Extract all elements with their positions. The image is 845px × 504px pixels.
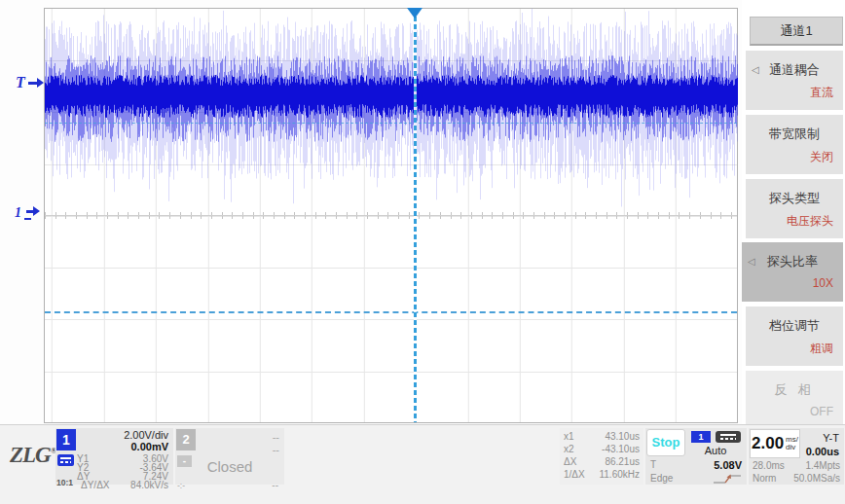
trigger-sweep-mode: Auto [688, 445, 743, 456]
trigger-delay: 0.00us [806, 446, 839, 457]
menu-button-label: 带宽限制 [746, 115, 843, 143]
channel1-position-marker[interactable]: 1 [15, 205, 41, 221]
cursor-y1-line[interactable] [45, 123, 737, 124]
menu-button-label: 通道耦合 [746, 51, 843, 79]
menu-button-gear-adjust[interactable]: 档位调节 粗调 [746, 306, 843, 366]
menu-button-value: 10X [742, 270, 843, 290]
cursor-y2-line[interactable] [45, 311, 737, 313]
menu-button-invert: 反 相 OFF [746, 371, 843, 430]
channel2-scale: -- [273, 431, 279, 443]
zlg-logo: ZLG® [10, 443, 55, 468]
channel2-badge[interactable]: 2 [176, 429, 196, 450]
chevron-left-icon: ◁ [748, 256, 755, 267]
trigger-dc-coupling-icon [716, 431, 741, 443]
chevron-left-icon: ◁ [752, 64, 759, 75]
cursor-row-x2: x2-43.10us [564, 446, 640, 453]
status-bar: ZLG® 1 2.00V/div 0.00mV Y13.60V Y2-3.64V… [0, 424, 845, 504]
channel1-scale: 2.00V/div [124, 429, 168, 441]
channel1-readout[interactable]: 1 2.00V/div 0.00mV Y13.60V Y2-3.64V ΔY7.… [55, 428, 173, 485]
menu-button-value: 电压探头 [746, 207, 843, 230]
menu-button-coupling[interactable]: ◁ 通道耦合 直流 [746, 51, 843, 110]
cursor-row-dx: ΔX86.21us [564, 458, 640, 466]
trigger-level-row: T 5.08V [650, 459, 742, 471]
menu-button-label: 档位调节 [746, 306, 843, 335]
timebase-units: ms/ div [786, 436, 798, 451]
channel2-readout[interactable]: 2 -- -- - Closed -:- -- [175, 428, 284, 485]
cursor-readout: x143.10us x2-43.10us ΔX86.21us 1/ΔX11.60… [560, 428, 643, 485]
channel1-badge[interactable]: 1 [56, 429, 76, 450]
menu-button-value: OFF [746, 399, 843, 418]
rising-edge-icon [713, 473, 742, 485]
channel1-marker-label: 1 [15, 205, 21, 221]
cursor-row-inv-dx: 1/ΔX11.60kHz [564, 471, 640, 479]
trigger-readout: Stop 1 Auto T 5.08V Edge [645, 428, 747, 485]
channel1-noise-waveform [45, 9, 738, 423]
channel2-extra: -- [272, 482, 278, 489]
menu-button-bandwidth-limit[interactable]: 带宽限制 关闭 [746, 115, 843, 174]
menu-button-value: 关闭 [746, 143, 843, 165]
measure-row-dydx: ΔY/ΔX84.0kV/s [81, 482, 168, 489]
trigger-level-marker[interactable]: T [16, 74, 44, 91]
channel2-state: Closed [175, 458, 284, 475]
cursor-row-x1: x143.10us [564, 433, 640, 441]
menu-title: 通道1 [750, 17, 843, 46]
timebase-readout: 2.00 ms/ div Y-T 0.00us 28.0ms 1.4Mpts N… [749, 428, 844, 485]
channel2-ratio: -:- [177, 482, 185, 489]
right-arrow-icon [28, 78, 44, 88]
waveform-plot-area [44, 8, 738, 423]
channel-menu-panel: 通道1 ◁ 通道耦合 直流 带宽限制 关闭 探头类型 电压探头 ◁ 探头比率 1… [742, 0, 845, 424]
timebase-scale-button[interactable]: 2.00 ms/ div [750, 429, 800, 458]
channel1-offset: 0.00mV [130, 441, 168, 452]
trigger-position-line[interactable] [414, 9, 417, 422]
menu-button-label: 探头比率 [742, 242, 843, 270]
menu-button-label: 探头类型 [746, 179, 843, 207]
oscilloscope-screen: T 1 通道1 ◁ 通道耦合 直流 带宽限制 关闭 探头类型 电压探头 ◁ 探头… [0, 0, 845, 504]
channel2-offset: -- [273, 444, 279, 455]
menu-button-probe-type[interactable]: 探头类型 电压探头 [746, 179, 843, 238]
display-mode: Y-T [823, 432, 839, 444]
run-state-button[interactable]: Stop [646, 429, 685, 456]
menu-button-label: 反 相 [746, 371, 843, 399]
trigger-type-row: Edge [650, 473, 742, 485]
trigger-level-label: T [16, 74, 25, 91]
dc-coupling-icon [57, 454, 74, 466]
trigger-source-badge[interactable]: 1 [691, 431, 711, 443]
menu-button-value: 粗调 [746, 335, 843, 357]
trigger-position-triangle-icon[interactable] [407, 8, 422, 18]
probe-ratio-label: 10:1 [56, 478, 73, 487]
menu-button-value: 直流 [746, 79, 843, 101]
menu-button-probe-ratio[interactable]: ◁ 探头比率 10X [742, 242, 843, 302]
timebase-scale-value: 2.00 [752, 434, 784, 453]
ground-arrow-icon [24, 206, 41, 220]
acquisition-row: Norm 50.0MSa/s [753, 473, 840, 484]
record-row: 28.0ms 1.4Mpts [753, 460, 840, 471]
